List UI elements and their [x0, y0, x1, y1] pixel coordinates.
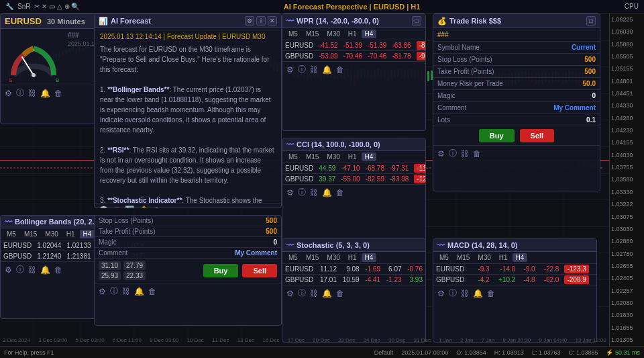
trade-risk-buy-btn[interactable]: Buy: [479, 129, 515, 142]
forecast-chat-icon[interactable]: 💬: [99, 206, 109, 208]
bollinger-info-icon[interactable]: ⓘ: [16, 264, 24, 275]
eurusd-settings-icon[interactable]: ⚙: [5, 89, 12, 98]
eurusd-trash-icon[interactable]: 🗑: [54, 89, 62, 98]
stoch-link-icon[interactable]: ⛓: [310, 289, 318, 298]
bollinger-tf-m15[interactable]: M15: [21, 230, 40, 238]
wpr-link-icon[interactable]: ⛓: [310, 65, 318, 75]
macd-tf-h4[interactable]: H4: [513, 253, 528, 262]
cci-icon: 〰: [286, 140, 294, 148]
stoch-eurusd-m15: 9.08: [339, 264, 362, 275]
macd-link-icon[interactable]: ⛓: [461, 289, 469, 298]
wpr-trash-icon[interactable]: 🗑: [336, 65, 344, 75]
stoch-tf-m15[interactable]: M15: [303, 253, 322, 262]
toolbar-icons[interactable]: ✂ ✕ ▭ △ ⊕ 🔍: [34, 3, 79, 10]
forecast-refresh-icon[interactable]: 🔄: [125, 206, 135, 208]
cci-link-icon[interactable]: ⛓: [310, 188, 318, 197]
bollinger-tf-h1[interactable]: H1: [63, 230, 78, 238]
table-row: GBPUSD -53.09 -70.46 -70.46 -81.78 -91.1…: [282, 51, 426, 62]
bollinger-tf-h4[interactable]: H4: [80, 230, 95, 238]
trade-risk-link-icon[interactable]: ⛓: [461, 149, 469, 159]
bollinger-bell-icon[interactable]: 🔔: [40, 265, 50, 275]
trade-params-sell-btn[interactable]: Sell: [242, 264, 277, 277]
trade-params-settings-icon[interactable]: ⚙: [99, 287, 106, 296]
wpr-info-icon[interactable]: ⓘ: [298, 64, 306, 75]
time-label-14: 30 Dec: [388, 337, 405, 343]
toolbar-snr[interactable]: SnR: [17, 3, 30, 10]
wpr-tf-m15[interactable]: M15: [303, 30, 322, 38]
forecast-trash-icon[interactable]: 🗑: [153, 206, 161, 208]
macd-info-icon[interactable]: ⓘ: [449, 287, 457, 299]
cci-info-icon[interactable]: ⓘ: [298, 187, 306, 198]
wpr-tf-h4[interactable]: H4: [362, 30, 377, 38]
boll-eurusd-m5: 1.02044: [34, 240, 64, 251]
wpr-tf-m5[interactable]: M5: [285, 30, 301, 38]
bollinger-tf-m30[interactable]: M30: [42, 230, 61, 238]
macd-tf-h1[interactable]: H1: [496, 253, 511, 262]
trade-risk-settings-icon[interactable]: ⚙: [437, 149, 445, 159]
cci-tf-m5[interactable]: M5: [285, 152, 301, 161]
cci-gbpusd-m30: -82.59: [363, 174, 387, 185]
default-label: Default: [374, 349, 394, 356]
macd-tf-m30[interactable]: M30: [474, 253, 494, 262]
macd-bell-icon[interactable]: 🔔: [473, 289, 483, 298]
stoch-trash-icon[interactable]: 🗑: [336, 289, 344, 298]
lots-label: Lots: [433, 114, 533, 126]
wpr-bell-icon[interactable]: 🔔: [322, 65, 332, 75]
cci-tf-m15[interactable]: M15: [303, 152, 322, 161]
wpr-tf-h1[interactable]: H1: [345, 30, 360, 38]
trade-params-info-icon[interactable]: ⓘ: [110, 285, 118, 297]
trade-params-trash-icon[interactable]: 🗑: [148, 287, 156, 296]
time-label-8: 13 Dec: [237, 337, 254, 343]
trade-risk-sell-btn[interactable]: Sell: [520, 129, 555, 142]
bollinger-trash-icon[interactable]: 🗑: [54, 265, 62, 275]
macd-tf-m5[interactable]: M5: [436, 253, 452, 262]
forecast-bell-icon[interactable]: 🔔: [139, 206, 149, 208]
wpr-settings-icon[interactable]: ⚙: [286, 65, 294, 75]
macd-tf-m15[interactable]: M15: [453, 253, 473, 262]
stoch-eurusd-symbol: EURUSD: [282, 264, 317, 275]
wpr-tf-m30[interactable]: M30: [323, 30, 343, 38]
trade-risk-title: 💰 Trade Risk $$$: [437, 17, 501, 26]
forecast-screen-icon[interactable]: 🖥: [113, 206, 121, 208]
wpr-expand-btn[interactable]: □: [412, 16, 421, 26]
forecast-settings-btn[interactable]: ⚙: [245, 16, 254, 26]
cci-bell-icon[interactable]: 🔔: [322, 188, 332, 197]
trade-risk-expand-btn[interactable]: □: [586, 16, 596, 26]
cci-trash-icon[interactable]: 🗑: [336, 188, 344, 197]
cci-tf-h1[interactable]: H1: [345, 152, 360, 161]
stoch-info-icon[interactable]: ⓘ: [298, 287, 306, 299]
trade-risk-info-icon[interactable]: ⓘ: [449, 148, 457, 159]
macd-settings-icon[interactable]: ⚙: [437, 289, 445, 298]
trade-risk-table: Symbol Name Current Stop Loss (Points) 5…: [433, 42, 600, 126]
eurusd-link-icon[interactable]: ⛓: [28, 89, 36, 98]
trade-risk-trash-icon[interactable]: 🗑: [473, 149, 481, 159]
toolbar-tools[interactable]: 🔧: [5, 3, 13, 10]
forecast-info-btn[interactable]: i: [256, 16, 266, 26]
trade-params-link-icon[interactable]: ⛓: [122, 287, 130, 296]
eurusd-info-icon[interactable]: ⓘ: [16, 87, 24, 99]
chart-area[interactable]: 1.04330 1.06225 1.06030 1.05880 1.05505 …: [0, 13, 644, 346]
eurusd-bell-icon[interactable]: 🔔: [40, 89, 50, 98]
cci-settings-icon[interactable]: ⚙: [286, 188, 294, 197]
stoch-tf-m30[interactable]: M30: [323, 253, 343, 262]
param-comment-row: Comment My Comment: [95, 248, 281, 259]
wpr-header: 〰 WPR (14, -20.0, -80.0, 0) □: [282, 14, 425, 28]
stoch-settings-icon[interactable]: ⚙: [286, 289, 294, 298]
bollinger-link-icon[interactable]: ⛓: [28, 265, 36, 275]
macd-tf-row: M5 M15 M30 H1 H4: [433, 252, 596, 263]
bollinger-settings-icon[interactable]: ⚙: [5, 265, 12, 275]
macd-panel: 〰 MACD (14, 28, 14, 0) M5 M15 M30 H1 H4 …: [433, 238, 597, 343]
forecast-close-btn[interactable]: ✕: [268, 16, 277, 26]
stoch-tf-m5[interactable]: M5: [285, 253, 301, 262]
cci-tf-h4[interactable]: H4: [362, 152, 377, 161]
stoch-tf-h4[interactable]: H4: [362, 253, 377, 262]
bollinger-tf-m5[interactable]: M5: [3, 230, 19, 238]
trade-params-bell-icon[interactable]: 🔔: [134, 287, 144, 296]
cci-tf-m30[interactable]: M30: [323, 152, 343, 161]
macd-trash-icon[interactable]: 🗑: [487, 289, 495, 298]
cci-title: 〰 CCI (14, 100.0, -100.0, 0): [286, 140, 380, 148]
stoch-bell-icon[interactable]: 🔔: [322, 289, 332, 298]
stoch-tf-h1[interactable]: H1: [345, 253, 360, 262]
trade-params-buy-btn[interactable]: Buy: [203, 264, 239, 277]
table-row: Take Profit (Points) 500: [433, 66, 600, 78]
